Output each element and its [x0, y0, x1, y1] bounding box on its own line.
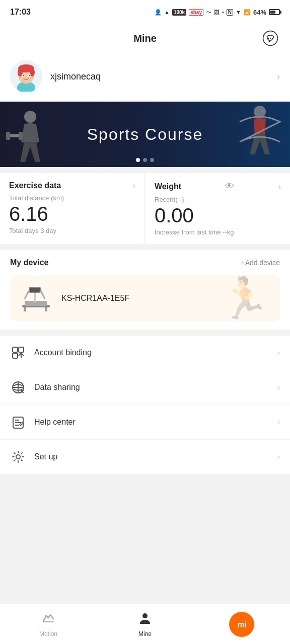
motion-icon [41, 611, 55, 628]
bottom-nav: Motion Mine mi [0, 604, 290, 644]
navigation-icon: ▲ [164, 9, 170, 15]
device-card[interactable]: KS-HCR1AA-1E5F 🏃 [10, 275, 280, 321]
battery-pct: 64% [253, 9, 266, 16]
user-profile[interactable]: xjsimonecaq › [0, 52, 290, 101]
svg-point-12 [23, 75, 25, 76]
status-icons: 👤 ▲ 100k ebay 〜 🖼 • N ▼ 📶 64% [155, 9, 280, 16]
svg-rect-21 [45, 307, 47, 311]
menu-item-account-binding[interactable]: Account binding › [0, 336, 290, 370]
mine-icon [138, 611, 152, 628]
banner-text: Sports Course [87, 125, 203, 144]
chat-button[interactable] [261, 29, 280, 48]
exercise-footer: Total days 3 day [9, 227, 135, 234]
weight-card[interactable]: Weight 👁 › Recent(--) 0.00 Increase from… [146, 173, 290, 244]
weight-title: Weight [155, 182, 181, 191]
setup-label: Set up [34, 452, 277, 461]
image-icon: 🖼 [214, 9, 220, 15]
menu-item-help-center[interactable]: Help center › [0, 405, 290, 440]
svg-rect-20 [24, 307, 26, 311]
data-sharing-label: Data sharing [34, 383, 277, 392]
device-section-title: My device [10, 258, 48, 267]
svg-point-40 [142, 613, 148, 618]
device-section-header: My device +Add device [10, 258, 280, 267]
banner-figure-right [235, 102, 285, 162]
avatar [10, 60, 42, 93]
chat-icon [262, 30, 278, 46]
brand-logo: mi [229, 612, 254, 637]
page-title: Mine [133, 33, 157, 44]
sports-banner[interactable]: Sports Course [0, 102, 290, 167]
help-center-chevron: › [277, 418, 280, 427]
account-binding-chevron: › [277, 348, 280, 357]
nfc-icon: N [227, 9, 233, 16]
weight-footer: Increase from last time --kg [155, 228, 281, 236]
svg-point-3 [272, 38, 273, 39]
menu-list: Account binding › Data sharing › [0, 336, 290, 474]
menu-item-data-sharing[interactable]: Data sharing › [0, 370, 290, 405]
nav-mine[interactable]: Mine [97, 604, 193, 644]
svg-rect-22 [25, 301, 47, 306]
device-name: KS-HCR1AA-1E5F [61, 294, 129, 303]
status-time: 17:03 [10, 8, 31, 17]
status-bar: 17:03 👤 ▲ 100k ebay 〜 🖼 • N ▼ 📶 64% [0, 0, 290, 24]
help-center-label: Help center [34, 418, 277, 427]
stats-row: Exercise data › Total distance (km) 6.16… [0, 173, 290, 244]
wave-icon: 〜 [206, 9, 211, 16]
svg-rect-17 [19, 132, 23, 140]
exercise-card-header: Exercise data › [9, 181, 135, 190]
nav-motion[interactable]: Motion [0, 604, 97, 644]
svg-rect-25 [30, 288, 40, 292]
motion-label: Motion [39, 630, 57, 637]
svg-point-18 [254, 106, 266, 118]
account-binding-label: Account binding [34, 348, 277, 357]
banner-figure-left [5, 107, 55, 167]
help-center-icon [10, 414, 26, 430]
battery-icon [269, 9, 280, 15]
top-nav: Mine [0, 24, 290, 52]
svg-text:mi: mi [238, 620, 246, 629]
dot-2 [143, 158, 147, 162]
media-icon: 100k [172, 9, 186, 16]
weight-chevron: › [278, 182, 281, 191]
weight-value: 0.00 [155, 205, 281, 225]
ebay-icon: ebay [189, 9, 203, 16]
svg-rect-16 [6, 132, 10, 140]
profile-chevron: › [277, 71, 280, 82]
exercise-subtitle: Total distance (km) [9, 194, 135, 202]
dot-1 [136, 158, 140, 162]
device-image [18, 283, 53, 313]
svg-point-2 [270, 38, 271, 39]
svg-point-1 [268, 38, 269, 39]
signal-icon: 📶 [244, 9, 251, 16]
data-sharing-chevron: › [277, 383, 280, 392]
add-device-button[interactable]: +Add device [241, 259, 280, 267]
device-bg-figure: 🏃 [220, 275, 270, 321]
username: xjsimonecaq [50, 71, 277, 82]
person-add-icon: 👤 [155, 9, 162, 16]
account-binding-icon [10, 345, 26, 361]
exercise-card[interactable]: Exercise data › Total distance (km) 6.16… [0, 173, 144, 244]
svg-rect-28 [13, 353, 18, 358]
brand-logo-container[interactable]: mi [193, 604, 290, 644]
dot-icon: • [222, 9, 224, 15]
setup-icon [10, 449, 26, 465]
exercise-chevron: › [133, 181, 135, 190]
menu-item-setup[interactable]: Set up › [0, 440, 290, 474]
svg-rect-27 [19, 347, 24, 352]
weight-subtitle: Recent(--) [155, 196, 281, 203]
svg-rect-26 [13, 347, 18, 352]
mine-label: Mine [138, 630, 152, 637]
weight-card-header: Weight 👁 › [155, 181, 281, 192]
svg-point-14 [24, 111, 36, 123]
svg-point-38 [16, 455, 20, 459]
banner-dots [136, 158, 154, 162]
exercise-value: 6.16 [9, 204, 135, 224]
svg-point-39 [45, 615, 47, 617]
data-sharing-icon [10, 379, 26, 395]
exercise-title: Exercise data [9, 181, 61, 190]
device-section: My device +Add device [0, 250, 290, 330]
eye-icon: 👁 [225, 181, 234, 192]
wifi-icon: ▼ [236, 9, 241, 15]
setup-chevron: › [277, 452, 280, 461]
svg-point-13 [29, 75, 31, 76]
